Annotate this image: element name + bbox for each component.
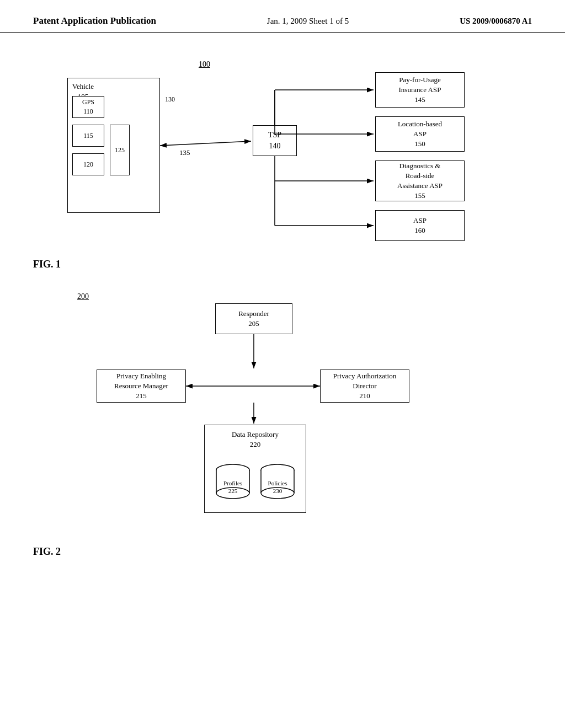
svg-line-0 — [160, 141, 251, 146]
fig2-label: FIG. 2 — [33, 546, 532, 558]
privacy-auth-box: Privacy AuthorizationDirector210 — [320, 370, 409, 403]
fig1-diagram: 100 Vehicle105 GPS110 115 120 125 130 TS… — [33, 60, 532, 292]
fig2-ref: 200 — [77, 292, 89, 301]
data-repo-label: Data Repository220 — [205, 430, 306, 449]
asp145-box: Pay-for-UsageInsurance ASP145 — [375, 72, 465, 108]
profiles-cylinder: Profiles 225 — [215, 463, 251, 505]
main-content: 100 Vehicle105 GPS110 115 120 125 130 TS… — [0, 33, 565, 574]
svg-text:Profiles: Profiles — [223, 480, 242, 486]
privacy-manager-box: Privacy EnablingResource Manager215 — [97, 370, 186, 403]
box-115: 115 — [72, 125, 104, 147]
header-right-text: US 2009/0006870 A1 — [460, 17, 532, 26]
label-130: 130 — [165, 95, 175, 104]
svg-text:Policies: Policies — [268, 480, 287, 486]
header-left-text: Patent Application Publication — [33, 15, 156, 26]
header-center-text: Jan. 1, 2009 Sheet 1 of 5 — [267, 17, 349, 26]
box-125: 125 — [110, 125, 130, 175]
tsp-box: TSP140 — [253, 125, 297, 156]
asp150-box: Location-basedASP150 — [375, 116, 465, 152]
asp160-box: ASP160 — [375, 210, 465, 241]
fig1-ref: 100 — [199, 60, 210, 69]
box-120: 120 — [72, 153, 104, 175]
asp155-box: Diagnostics &Road-sideAssistance ASP155 — [375, 160, 465, 201]
vehicle-box: Vehicle105 GPS110 115 120 125 130 — [67, 78, 160, 213]
page-header: Patent Application Publication Jan. 1, 2… — [0, 0, 565, 33]
data-repo-box: Data Repository220 Profiles 225 — [204, 425, 306, 513]
gps-box: GPS110 — [72, 96, 104, 118]
policies-cylinder: Policies 230 — [259, 463, 296, 505]
svg-text:225: 225 — [228, 488, 238, 494]
responder-box: Responder205 — [215, 303, 292, 334]
svg-text:230: 230 — [273, 488, 282, 494]
label-135: 135 — [179, 148, 190, 157]
fig2-diagram: 200 Responder205 Privacy AuthorizationDi… — [33, 292, 532, 529]
